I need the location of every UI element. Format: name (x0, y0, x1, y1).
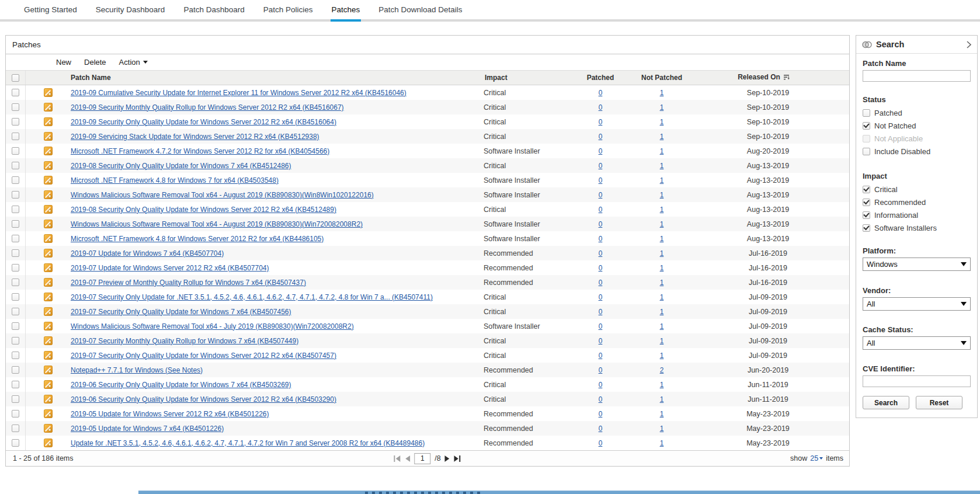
next-page-button[interactable] (445, 455, 450, 462)
patch-name-link[interactable]: 2019-07 Security Monthly Quality Rollup … (71, 337, 298, 345)
tab-patches[interactable]: Patches (322, 0, 370, 19)
not-patched-count-link[interactable]: 1 (660, 191, 664, 199)
patched-count-link[interactable]: 0 (599, 249, 603, 258)
col-not-patched[interactable]: Not Patched (630, 74, 694, 82)
not-patched-count-link[interactable]: 1 (660, 89, 664, 97)
cve-identifier-input[interactable] (863, 375, 971, 387)
critical-checkbox[interactable] (863, 186, 870, 193)
not-patched-count-link[interactable]: 1 (660, 410, 664, 418)
patch-name-link[interactable]: 2019-08 Security Only Quality Update for… (71, 206, 336, 214)
not-patched-count-link[interactable]: 1 (660, 425, 664, 433)
patched-count-link[interactable]: 0 (599, 118, 603, 126)
not-patched-count-link[interactable]: 1 (660, 133, 664, 141)
row-checkbox[interactable] (12, 352, 19, 359)
patch-name-link[interactable]: Notepad++ 7.7.1 for Windows (See Notes) (71, 366, 203, 374)
col-impact[interactable]: Impact (484, 74, 571, 82)
search-button[interactable]: Search (863, 396, 909, 409)
patched-count-link[interactable]: 0 (599, 103, 603, 112)
row-checkbox[interactable] (12, 410, 19, 418)
tab-security-dashboard[interactable]: Security Dashboard (86, 0, 175, 19)
patch-name-link[interactable]: 2019-07 Security Only Quality Update for… (71, 308, 291, 316)
collapse-chevron-icon[interactable] (967, 41, 971, 48)
platform-select[interactable]: Windows (863, 258, 971, 271)
not-patched-count-link[interactable]: 2 (660, 366, 664, 374)
not-patched-count-link[interactable]: 1 (660, 176, 664, 185)
not-patched-count-link[interactable]: 1 (660, 279, 664, 287)
not-patched-count-link[interactable]: 1 (660, 103, 664, 112)
not-patched-checkbox[interactable] (863, 122, 870, 130)
last-page-button[interactable] (454, 455, 461, 462)
sort-descending-icon[interactable] (784, 74, 790, 82)
patched-count-link[interactable]: 0 (599, 147, 603, 155)
patched-count-link[interactable]: 0 (599, 133, 603, 141)
recommended-checkbox[interactable] (863, 199, 870, 206)
patch-name-link[interactable]: 2019-09 Security Only Quality Update for… (71, 118, 336, 126)
patched-count-link[interactable]: 0 (599, 279, 603, 287)
not-patched-count-link[interactable]: 1 (660, 322, 664, 331)
patch-name-link[interactable]: 2019-07 Update for Windows Server 2012 R… (71, 264, 269, 272)
not-patched-count-link[interactable]: 1 (660, 352, 664, 360)
patch-name-link[interactable]: 2019-07 Security Only Quality Update for… (71, 352, 336, 360)
patched-count-link[interactable]: 0 (599, 264, 603, 272)
row-checkbox[interactable] (12, 235, 19, 242)
row-checkbox[interactable] (12, 220, 19, 228)
patch-name-link[interactable]: 2019-09 Cumulative Security Update for I… (71, 89, 406, 97)
row-checkbox[interactable] (12, 191, 19, 199)
vendor-select[interactable]: All (863, 297, 971, 311)
patched-checkbox[interactable] (863, 109, 870, 117)
patch-name-link[interactable]: Windows Malicious Software Removal Tool … (71, 220, 363, 228)
patch-name-link[interactable]: 2019-09 Security Monthly Quality Rollup … (71, 103, 344, 112)
row-checkbox[interactable] (12, 147, 19, 155)
not-patched-count-link[interactable]: 1 (660, 235, 664, 243)
patch-name-link[interactable]: 2019-07 Preview of Monthly Quality Rollu… (71, 279, 306, 287)
not-patched-count-link[interactable]: 1 (660, 118, 664, 126)
patched-count-link[interactable]: 0 (599, 395, 603, 403)
not-patched-count-link[interactable]: 1 (660, 206, 664, 214)
patched-count-link[interactable]: 0 (599, 235, 603, 243)
row-checkbox[interactable] (12, 279, 19, 286)
row-checkbox[interactable] (12, 322, 19, 330)
not-patched-count-link[interactable]: 1 (660, 162, 664, 170)
row-checkbox[interactable] (12, 162, 19, 169)
delete-button[interactable]: Delete (84, 58, 106, 67)
new-button[interactable]: New (56, 58, 71, 67)
patched-count-link[interactable]: 0 (599, 322, 603, 331)
patch-name-link[interactable]: Update for .NET 3.5.1, 4.5.2, 4.6, 4.6.1… (71, 439, 425, 447)
patch-name-link[interactable]: 2019-07 Update for Windows 7 x64 (KB4507… (71, 249, 224, 258)
col-patched[interactable]: Patched (571, 74, 630, 82)
row-checkbox[interactable] (12, 293, 19, 301)
not-patched-count-link[interactable]: 1 (660, 264, 664, 272)
action-menu-button[interactable]: Action (119, 58, 148, 67)
patched-count-link[interactable]: 0 (599, 425, 603, 433)
row-checkbox[interactable] (12, 103, 19, 111)
software-installers-checkbox[interactable] (863, 224, 870, 232)
patched-count-link[interactable]: 0 (599, 220, 603, 228)
previous-page-button[interactable] (405, 455, 410, 462)
row-checkbox[interactable] (12, 89, 19, 96)
row-checkbox[interactable] (12, 395, 19, 403)
patched-count-link[interactable]: 0 (599, 308, 603, 316)
page-number-input[interactable] (414, 453, 430, 464)
row-checkbox[interactable] (12, 133, 19, 140)
row-checkbox[interactable] (12, 118, 19, 126)
not-patched-count-link[interactable]: 1 (660, 293, 664, 301)
not-patched-count-link[interactable]: 1 (660, 220, 664, 228)
informational-checkbox[interactable] (863, 211, 870, 219)
patch-name-link[interactable]: 2019-05 Update for Windows 7 x64 (KB4501… (71, 425, 224, 433)
col-released-on[interactable]: Released On (694, 73, 834, 82)
cache-status-select[interactable]: All (863, 336, 971, 350)
patched-count-link[interactable]: 0 (599, 410, 603, 418)
row-checkbox[interactable] (12, 439, 19, 447)
row-checkbox[interactable] (12, 337, 19, 345)
page-size-dropdown[interactable]: 25 (810, 454, 823, 462)
tab-getting-started[interactable]: Getting Started (15, 0, 86, 19)
patch-name-link[interactable]: Microsoft .NET Framework 4.7.2 for Windo… (71, 147, 329, 155)
patched-count-link[interactable]: 0 (599, 176, 603, 185)
row-checkbox[interactable] (12, 249, 19, 257)
include-disabled-checkbox[interactable] (863, 148, 870, 155)
select-all-checkbox[interactable] (12, 74, 19, 82)
patch-name-link[interactable]: 2019-07 Security Only Update for .NET 3.… (71, 293, 433, 301)
not-patched-count-link[interactable]: 1 (660, 249, 664, 258)
patch-name-link[interactable]: Windows Malicious Software Removal Tool … (71, 322, 354, 331)
patch-name-link[interactable]: Microsoft .NET Framework 4.8 for Windows… (71, 235, 324, 243)
